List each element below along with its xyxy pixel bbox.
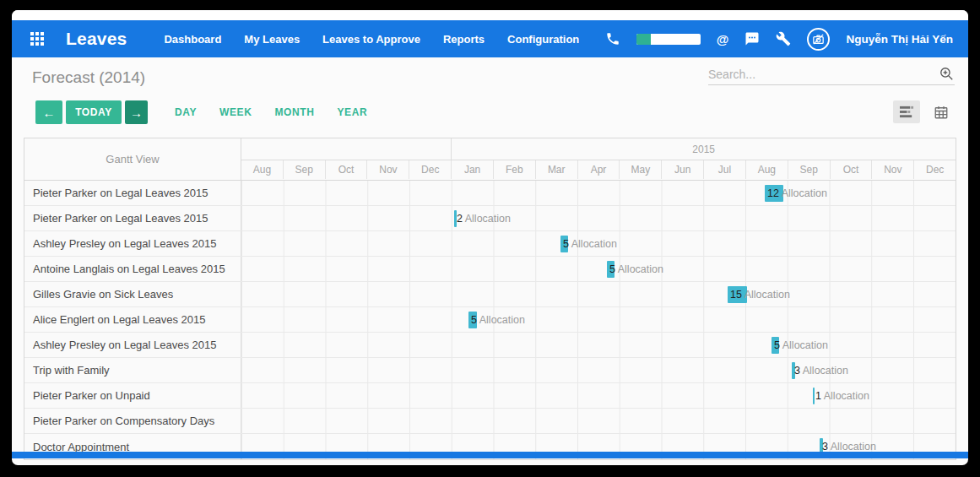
calendar-view-button[interactable] [928,100,955,123]
gantt-row-chart[interactable]: 5 Allocation [241,333,956,357]
nav-menu-my-leaves[interactable]: My Leaves [244,33,300,46]
allocation-bar[interactable] [454,210,457,227]
month-header-cell: May [620,160,662,179]
gantt-header: Gantt View 2015 AugSepOctNovDecJanFebMar… [24,138,956,181]
search-input[interactable] [708,68,939,81]
allocation-value: 1 [815,390,821,402]
phone-icon[interactable] [605,31,620,46]
allocation-text: Allocation [828,441,876,453]
view-switcher [893,100,955,123]
scale-link-year[interactable]: YEAR [337,106,367,118]
app-title[interactable]: Leaves [66,29,127,49]
gantt-row-chart[interactable]: 2 Allocation [241,206,956,230]
gantt-row-chart[interactable]: 1 Allocation [241,383,956,408]
gantt-row-name[interactable]: Pieter Parker on Legal Leaves 2015 [24,181,241,205]
month-header-cell: Mar [536,160,578,179]
gantt-row-chart[interactable]: 5 Allocation [241,307,956,332]
gantt-row: Pieter Parker on Unpaid1 Allocation [24,383,956,409]
gantt-row: Trip with Family3 Allocation [24,358,956,383]
scale-link-week[interactable]: WEEK [219,106,252,118]
allocation-bar[interactable] [468,312,477,328]
today-button[interactable]: TODAY [66,100,122,124]
gantt-row-name[interactable]: Ashley Presley on Legal Leaves 2015 [24,231,241,256]
gantt-row-chart[interactable]: 5 Allocation [241,231,956,256]
allocation-bar[interactable] [792,362,795,379]
app-window: Leaves DashboardMy LeavesLeaves to Appro… [12,10,968,465]
mentions-icon[interactable]: @ [717,32,729,46]
chat-bubble-icon[interactable] [744,31,760,46]
allocation-bar-label: 5 Allocation [609,261,663,278]
month-header-cell: Feb [494,160,536,179]
gantt-row: Gilles Gravie on Sick Leaves15 Allocatio… [24,282,956,307]
allocation-bar[interactable] [560,236,568,252]
tools-wrench-icon[interactable] [776,31,791,46]
allocation-text: Allocation [742,289,790,301]
scale-link-month[interactable]: MONTH [274,106,314,118]
gantt-row-name[interactable]: Trip with Family [24,358,241,382]
allocation-bar-label: 1 Allocation [815,388,869,404]
gantt-row-chart[interactable]: 5 Allocation [241,257,956,281]
month-header-cell: Jun [662,160,704,179]
next-button[interactable]: → [125,100,148,124]
timer-progress-fill [636,34,651,45]
gantt-row: Pieter Parker on Compensatory Days [24,409,956,434]
allocation-bar-label: 3 Allocation [794,362,848,379]
month-header-cell: Dec [409,160,452,179]
gantt-year-groups: 2015 [241,138,956,160]
month-header-cell: Aug [746,160,788,179]
gantt-row-name[interactable]: Pieter Parker on Legal Leaves 2015 [24,206,241,230]
search-plus-icon[interactable] [939,66,955,82]
gantt-row: Ashley Presley on Legal Leaves 20155 All… [24,231,956,257]
month-header-cell: Sep [284,160,326,179]
allocation-value: 2 [457,213,463,225]
gantt-row-name[interactable]: Gilles Gravie on Sick Leaves [24,282,241,306]
scale-link-day[interactable]: DAY [175,106,197,118]
timer-progress-bar[interactable] [636,34,701,45]
gantt-row-chart[interactable]: 12 Allocation [241,181,956,205]
allocation-bar[interactable] [765,185,783,202]
nav-menu-dashboard[interactable]: Dashboard [164,33,221,46]
gantt-row-name[interactable]: Ashley Presley on Legal Leaves 2015 [24,333,241,357]
month-header-cell: Sep [788,160,831,179]
gantt-row-chart[interactable] [241,409,956,433]
window-top-margin [12,10,968,20]
allocation-text: Allocation [800,365,848,377]
allocation-bar[interactable] [813,388,815,404]
gantt-view-button[interactable] [893,100,920,123]
gantt-corner-label: Gantt View [24,138,241,180]
calendar-view-icon [934,105,949,120]
nav-menu-leaves-to-approve[interactable]: Leaves to Approve [322,33,420,46]
allocation-text: Allocation [477,314,525,326]
allocation-value: 3 [794,365,800,377]
bottom-blue-strip [12,452,968,458]
search-box [708,66,955,85]
nav-menu-configuration[interactable]: Configuration [507,33,579,46]
apps-menu-icon[interactable] [30,32,44,46]
gantt-nav-buttons: ← TODAY → DAYWEEKMONTHYEAR [35,100,367,124]
allocation-bar-label: 2 Allocation [457,210,511,227]
month-header-cell: Jan [452,160,494,179]
gantt-row: Pieter Parker on Legal Leaves 20152 Allo… [24,206,956,231]
allocation-bar-label: 5 Allocation [471,312,525,328]
gantt-row-chart[interactable]: 15 Allocation [241,282,956,306]
nav-menu-reports[interactable]: Reports [443,33,485,46]
gantt-row: Ashley Presley on Legal Leaves 20155 All… [24,333,956,358]
allocation-bar[interactable] [772,337,779,354]
user-avatar-no-photo-icon[interactable] [807,28,830,51]
allocation-bar[interactable] [607,261,615,278]
month-header-cell: Apr [578,160,620,179]
gantt-row-chart[interactable]: 3 Allocation [241,358,956,382]
allocation-bar[interactable] [728,286,747,303]
month-header-cell: Oct [326,160,368,179]
gantt-row-name[interactable]: Alice Englert on Legal Leaves 2015 [24,307,241,332]
gantt-row-name[interactable]: Antoine Langlais on Legal Leaves 2015 [24,257,241,281]
prev-button[interactable]: ← [35,100,62,124]
navbar: Leaves DashboardMy LeavesLeaves to Appro… [12,20,968,57]
allocation-bar-label: 5 Allocation [774,337,828,354]
navbar-right: @ Nguyễn Thị Hải Yến [605,28,953,51]
gantt-row-name[interactable]: Pieter Parker on Compensatory Days [24,409,241,433]
allocation-text: Allocation [569,238,617,250]
gantt-row-name[interactable]: Pieter Parker on Unpaid [24,383,241,408]
user-name[interactable]: Nguyễn Thị Hải Yến [846,33,953,46]
main-content: Forecast (2014) ← TODAY → DAYWEEKMONTHYE… [12,57,968,458]
